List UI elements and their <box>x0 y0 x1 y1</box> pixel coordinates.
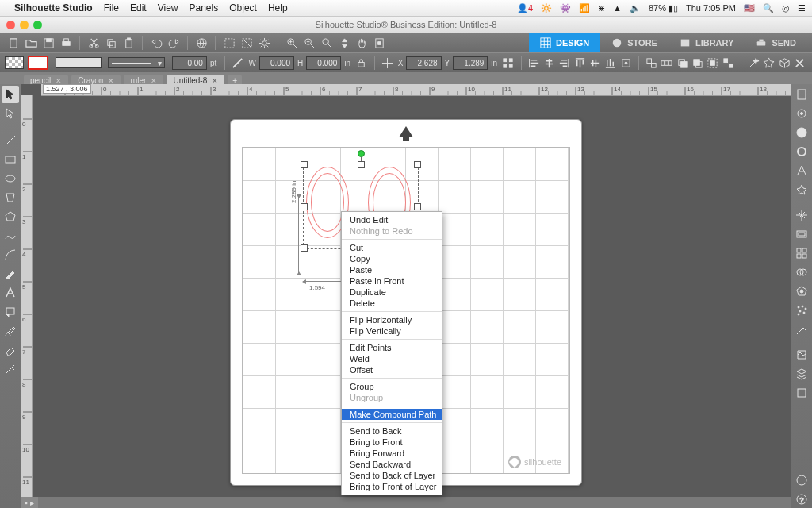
media-panel-icon[interactable] <box>793 346 810 364</box>
align-right-icon[interactable] <box>558 56 570 70</box>
context-menu-item[interactable]: Flip Horizontally <box>342 314 442 325</box>
menu-edit[interactable]: Edit <box>130 2 147 13</box>
cut-icon[interactable] <box>86 36 101 50</box>
line-style-dropdown[interactable]: ▾ <box>108 57 165 68</box>
spotlight-icon[interactable]: 🔍 <box>763 3 774 13</box>
layers-panel-icon[interactable] <box>793 365 810 383</box>
align-bottom-icon[interactable] <box>604 56 616 70</box>
draw-tool[interactable] <box>2 322 19 340</box>
resize-handle[interactable] <box>301 203 308 210</box>
context-menu-item[interactable]: Bring to Front <box>342 437 442 448</box>
resize-handle[interactable] <box>301 244 308 252</box>
eraser-tool[interactable] <box>2 341 19 359</box>
tab-close-icon[interactable]: ✕ <box>108 77 114 85</box>
flexishape-tool[interactable] <box>2 189 19 206</box>
nav-tab-design[interactable]: DESIGN <box>529 33 600 52</box>
note-tool[interactable] <box>2 303 19 321</box>
stipple-panel-icon[interactable] <box>793 302 810 319</box>
status-icon[interactable]: 📶 <box>579 3 590 13</box>
knife-tool[interactable] <box>2 360 19 378</box>
context-menu-item[interactable]: Delete <box>342 298 442 309</box>
app-menu[interactable]: Silhouette Studio <box>14 2 93 13</box>
modify-panel-icon[interactable] <box>793 264 810 281</box>
nav-tab-send[interactable]: SEND <box>745 33 807 52</box>
align-left-icon[interactable] <box>527 56 539 70</box>
context-menu-item[interactable]: Offset <box>342 364 442 375</box>
context-menu-item[interactable]: Bring Forward <box>342 448 442 459</box>
save-icon[interactable] <box>41 36 56 50</box>
window-close-button[interactable] <box>6 21 15 29</box>
rect-tool[interactable] <box>2 151 19 168</box>
menu-object[interactable]: Object <box>229 2 257 13</box>
transform-panel-icon[interactable] <box>793 206 810 224</box>
pan-icon[interactable] <box>354 36 369 50</box>
context-menu-item[interactable]: Send to Back <box>342 425 442 437</box>
context-menu-item[interactable]: Paste in Front <box>342 275 442 287</box>
context-menu-item[interactable]: Bring to Front of Layer <box>342 481 442 492</box>
box-3d-icon[interactable] <box>778 56 790 70</box>
page-setup-panel-icon[interactable] <box>793 86 810 103</box>
context-menu-item[interactable]: Undo Edit <box>342 214 442 225</box>
nest-panel-icon[interactable] <box>793 283 810 300</box>
send-back-icon[interactable] <box>691 56 703 70</box>
notification-center-icon[interactable]: ☰ <box>798 3 806 13</box>
select-all-icon[interactable] <box>222 36 236 50</box>
grid-icon[interactable] <box>502 56 514 70</box>
object-panel-icon[interactable] <box>793 384 810 402</box>
ellipse-tool[interactable] <box>2 170 19 187</box>
context-menu-item[interactable]: Duplicate <box>342 287 442 298</box>
nav-tab-library[interactable]: LIBRARY <box>668 33 745 52</box>
height-field[interactable]: 0.000 <box>306 56 341 70</box>
resize-handle[interactable] <box>414 203 421 210</box>
context-menu-item[interactable]: Paste <box>342 264 442 275</box>
replicate-panel-icon[interactable] <box>793 244 810 262</box>
zoom-selection-icon[interactable] <box>320 36 334 50</box>
status-icon[interactable]: 👾 <box>560 3 571 13</box>
pixscan-panel-icon[interactable] <box>793 105 810 122</box>
wifi-icon[interactable]: ▲ <box>613 3 622 13</box>
paste-icon[interactable] <box>121 36 136 50</box>
menu-view[interactable]: View <box>158 2 178 13</box>
context-menu-item[interactable]: Group <box>342 381 442 392</box>
trace-panel-icon[interactable] <box>793 181 810 198</box>
print-icon[interactable] <box>59 36 73 50</box>
line-weight-preview[interactable] <box>56 57 102 68</box>
lock-aspect-icon[interactable] <box>355 56 367 70</box>
align-middle-icon[interactable] <box>589 56 601 70</box>
context-menu-item[interactable]: Flip Vertically <box>342 325 442 337</box>
redo-icon[interactable] <box>167 36 181 50</box>
fill-swatch[interactable] <box>5 56 24 69</box>
bluetooth-icon[interactable]: ⋇ <box>598 3 605 13</box>
cut-line-icon[interactable] <box>232 56 243 70</box>
volume-icon[interactable]: 🔈 <box>630 3 641 13</box>
replicate-icon[interactable] <box>645 56 657 70</box>
group-icon[interactable] <box>707 56 718 70</box>
zoom-fit-icon[interactable] <box>337 36 351 50</box>
star-icon[interactable] <box>763 56 775 70</box>
notification-badge[interactable]: 👤4 <box>517 3 533 13</box>
resize-handle[interactable] <box>358 161 365 168</box>
polygon-tool[interactable] <box>2 208 19 225</box>
center-icon[interactable] <box>620 56 632 70</box>
undo-icon[interactable] <box>149 36 163 50</box>
replicate-row-icon[interactable] <box>661 56 672 70</box>
y-field[interactable]: 1.289 <box>453 56 488 70</box>
freehand-tool[interactable] <box>2 265 19 283</box>
copy-icon[interactable] <box>104 36 118 50</box>
flag-icon[interactable]: 🇺🇸 <box>744 3 755 13</box>
tab-close-icon[interactable]: ✕ <box>56 77 62 85</box>
edit-points-tool[interactable] <box>2 105 19 122</box>
zoom-in-icon[interactable] <box>285 36 299 50</box>
offset-panel-icon[interactable] <box>793 225 810 243</box>
clock[interactable]: Thu 7:05 PM <box>686 3 736 13</box>
stroke-swatch[interactable] <box>28 56 48 70</box>
menu-file[interactable]: File <box>104 2 119 13</box>
line-weight-field[interactable]: 0.00 <box>172 56 207 70</box>
context-menu-item[interactable]: Edit Points <box>342 342 442 353</box>
siri-icon[interactable]: ◎ <box>782 3 790 13</box>
tab-close-icon[interactable]: ✕ <box>212 77 218 85</box>
ungroup-icon[interactable] <box>722 56 734 70</box>
tab-close-icon[interactable]: ✕ <box>151 77 157 85</box>
context-menu-item[interactable]: Make Compound Path <box>342 409 442 420</box>
resize-handle[interactable] <box>301 161 308 168</box>
